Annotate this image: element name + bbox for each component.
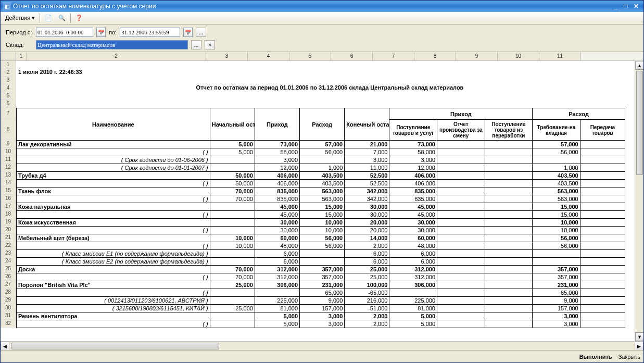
table-row[interactable]: ( )30,00010,00020,00030,00010,000 bbox=[17, 227, 625, 234]
cell-value: 406,000 bbox=[389, 180, 437, 187]
cell-value bbox=[485, 195, 533, 203]
scroll-thumb[interactable] bbox=[11, 343, 219, 349]
cell-value bbox=[437, 219, 485, 227]
cell-value: 12,000 bbox=[255, 164, 299, 172]
maximize-button[interactable]: □ bbox=[621, 2, 631, 10]
cell-name: Мебельный щит (береза) bbox=[17, 234, 210, 242]
scroll-thumb[interactable] bbox=[636, 71, 643, 175]
cell-value bbox=[485, 281, 533, 289]
calendar-icon[interactable]: 📅 bbox=[96, 28, 106, 37]
vertical-scrollbar[interactable]: ▲ ▼ bbox=[635, 61, 643, 341]
cell-value: 6,000 bbox=[389, 250, 437, 258]
horizontal-scrollbar[interactable]: ◀ ▶ bbox=[1, 341, 643, 350]
table-row[interactable]: ( )70,000312,000357,00025,000312,000357,… bbox=[17, 273, 625, 281]
cell-value: 57,000 bbox=[533, 141, 580, 148]
warehouse-select-button[interactable]: ... bbox=[191, 40, 201, 49]
cell-value bbox=[533, 258, 580, 266]
cell-value bbox=[437, 250, 485, 258]
cell-value bbox=[580, 156, 625, 164]
cell-value bbox=[437, 141, 485, 148]
period-from-input[interactable] bbox=[36, 28, 93, 37]
toolbar-icon-2[interactable]: 🔍 bbox=[56, 13, 68, 23]
scroll-right-icon[interactable]: ▶ bbox=[635, 342, 643, 350]
cell-value: 6,000 bbox=[255, 250, 299, 258]
cell-value: 5,000 bbox=[255, 320, 299, 328]
table-row[interactable]: Ткань флок70,000835,000563,000342,000835… bbox=[17, 187, 625, 195]
table-row[interactable]: ( )5,0003,0002,0005,0003,000 bbox=[17, 320, 625, 328]
cell-value bbox=[485, 156, 533, 164]
cell-value bbox=[485, 203, 533, 211]
close-button[interactable]: ✕ bbox=[631, 2, 641, 10]
column-header[interactable]: 9 bbox=[456, 52, 498, 60]
period-to-input[interactable] bbox=[120, 28, 180, 37]
column-header[interactable]: 5 bbox=[289, 52, 331, 60]
cell-value: 3,000 bbox=[533, 312, 580, 320]
column-header[interactable]: 1 bbox=[16, 52, 27, 60]
scroll-down-icon[interactable]: ▼ bbox=[635, 332, 643, 341]
table-row[interactable]: ( )50,000406,000403,50052,500406,000403,… bbox=[17, 180, 625, 187]
table-row[interactable]: Ремень вентилятора5,0003,0002,0005,0003,… bbox=[17, 312, 625, 320]
cell-value: 58,000 bbox=[255, 148, 299, 156]
table-row[interactable]: Кожа натуральная45,00015,00030,00045,000… bbox=[17, 203, 625, 211]
cell-value bbox=[580, 305, 625, 312]
period-select-button[interactable]: ... bbox=[196, 28, 206, 37]
column-header[interactable]: 2 bbox=[27, 52, 206, 60]
close-link[interactable]: Закрыть bbox=[618, 354, 640, 360]
sheet-body[interactable]: 123456 1 июля 2010 г. 22:46:33 Отчет по … bbox=[1, 61, 643, 341]
cell-value bbox=[580, 172, 625, 180]
table-row[interactable]: ( Класс эмиссии E2 (по содержанию формал… bbox=[17, 258, 625, 266]
table-row[interactable]: Доска70,000312,000357,00025,000312,00035… bbox=[17, 266, 625, 273]
scroll-left-icon[interactable]: ◀ bbox=[1, 342, 9, 350]
cell-value: 342,000 bbox=[345, 187, 389, 195]
table-row[interactable]: ( )10,00048,00056,0002,00048,00056,000 bbox=[17, 242, 625, 250]
table-row[interactable]: ( 3215600/190803/6115451, КИТАЙ )25,0008… bbox=[17, 305, 625, 312]
warehouse-clear-button[interactable]: × bbox=[205, 40, 215, 49]
cell-name: Ткань флок bbox=[17, 187, 210, 195]
table-row[interactable]: ( Класс эмиссии E1 (по содержанию формал… bbox=[17, 250, 625, 258]
toolbar-icon-1[interactable]: 📄 bbox=[42, 13, 55, 23]
run-button[interactable]: Выполнить bbox=[579, 354, 612, 360]
minimize-button[interactable]: _ bbox=[610, 2, 621, 10]
table-row[interactable]: ( Срок годности до 01-06-2006 )3,0003,00… bbox=[17, 156, 625, 164]
cell-value bbox=[437, 203, 485, 211]
table-row[interactable]: ( )45,00015,00030,00045,00015,000 bbox=[17, 211, 625, 219]
table-row[interactable]: ( )65,000-65,00065,000 bbox=[17, 289, 625, 297]
warehouse-input[interactable] bbox=[36, 40, 188, 49]
table-row[interactable]: Мебельный щит (береза)10,00060,00056,000… bbox=[17, 234, 625, 242]
column-header[interactable]: 8 bbox=[414, 52, 456, 60]
column-header[interactable]: 4 bbox=[248, 52, 289, 60]
cell-value bbox=[485, 305, 533, 312]
column-header[interactable]: 10 bbox=[498, 52, 539, 60]
cell-value bbox=[210, 289, 255, 297]
cell-value: 403,500 bbox=[300, 172, 345, 180]
table-row[interactable]: ( )70,000835,000563,000342,000835,000563… bbox=[17, 195, 625, 203]
actions-menu[interactable]: Действия ▾ bbox=[3, 13, 37, 23]
column-header[interactable]: 7 bbox=[373, 52, 414, 60]
cell-value bbox=[533, 156, 580, 164]
help-icon[interactable]: ❓ bbox=[73, 13, 85, 23]
cell-name: ( Класс эмиссии E2 (по содержанию формал… bbox=[17, 258, 210, 266]
table-row[interactable]: Поролон "British Vita Plc"25,000306,0002… bbox=[17, 281, 625, 289]
table-row[interactable]: Трубка д450,000406,000403,50052,500406,0… bbox=[17, 172, 625, 180]
cell-name: ( ) bbox=[17, 180, 210, 187]
table-row[interactable]: Лак декоративный5,00073,00057,00021,0007… bbox=[17, 141, 625, 148]
table-row[interactable]: ( )5,00058,00056,0007,00058,00056,000 bbox=[17, 148, 625, 156]
table-row[interactable]: ( 0012413/011203/6100621, АВСТРИЯ )225,0… bbox=[17, 297, 625, 305]
column-header[interactable]: 11 bbox=[539, 52, 581, 60]
cell-name: ( ) bbox=[17, 148, 210, 156]
cell-value bbox=[437, 258, 485, 266]
cell-value bbox=[485, 266, 533, 273]
column-header[interactable]: 3 bbox=[206, 52, 248, 60]
cell-name: ( ) bbox=[17, 320, 210, 328]
cell-name: ( ) bbox=[17, 211, 210, 219]
cell-name: ( 3215600/190803/6115451, КИТАЙ ) bbox=[17, 305, 210, 312]
cell-value: 312,000 bbox=[389, 273, 437, 281]
scroll-up-icon[interactable]: ▲ bbox=[635, 61, 643, 70]
period-from-label: Период с: bbox=[6, 29, 33, 35]
cell-value: 30,000 bbox=[255, 219, 299, 227]
table-row[interactable]: ( Срок годности до 01-01-2007 )12,0001,0… bbox=[17, 164, 625, 172]
column-header[interactable]: 6 bbox=[331, 52, 373, 60]
cell-value bbox=[485, 320, 533, 328]
table-row[interactable]: Кожа искусственная30,00010,00020,00030,0… bbox=[17, 219, 625, 227]
calendar-icon[interactable]: 📅 bbox=[183, 28, 193, 37]
